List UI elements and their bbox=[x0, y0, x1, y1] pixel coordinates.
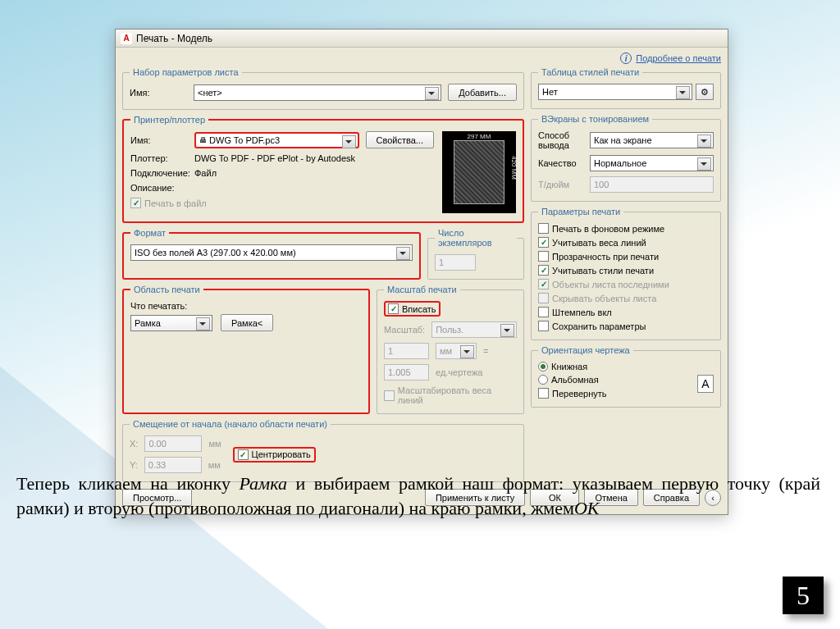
learn-more-link[interactable]: Подробнее о печати bbox=[636, 53, 721, 63]
center-checkbox[interactable]: ✓ bbox=[238, 449, 249, 460]
paper-group: Формат ISO без полей A3 (297.00 x 420.00… bbox=[122, 228, 421, 280]
conn-value: Файл bbox=[194, 168, 217, 178]
desc-label: Описание: bbox=[130, 183, 188, 193]
orient-upside-checkbox[interactable] bbox=[538, 388, 549, 399]
scale-lw-label: Масштабировать веса линий bbox=[398, 385, 517, 405]
plotter-value: DWG To PDF - PDF ePlot - by Autodesk bbox=[194, 153, 355, 163]
to-file-label: Печать в файл bbox=[144, 198, 207, 208]
plot-what-combo[interactable]: Рамка bbox=[130, 315, 212, 331]
opt-bg-checkbox[interactable] bbox=[538, 223, 549, 234]
orient-legend: Ориентация чертежа bbox=[538, 345, 633, 355]
styles-edit-button[interactable]: ⚙ bbox=[696, 84, 714, 100]
print-dialog: A Печать - Модель i Подробнее о печати Н… bbox=[115, 29, 728, 515]
info-icon: i bbox=[620, 52, 632, 64]
styles-legend: Таблица стилей печати bbox=[538, 67, 642, 77]
paper-legend: Формат bbox=[130, 228, 169, 238]
plot-area-group: Область печати Что печатать: Рамка Рамка… bbox=[122, 285, 370, 414]
scale-legend: Масштаб печати bbox=[384, 285, 460, 294]
orient-preview-icon: A bbox=[697, 375, 714, 393]
offset-x-label: X: bbox=[130, 439, 138, 449]
shade-legend: ВЭкраны с тонированием bbox=[538, 114, 652, 124]
scale-label: Масштаб: bbox=[384, 325, 425, 335]
opt-hide-checkbox bbox=[538, 293, 549, 303]
copies-input: 1 bbox=[435, 254, 476, 271]
orient-portrait-radio[interactable] bbox=[538, 362, 548, 371]
window-button[interactable]: Рамка< bbox=[221, 314, 273, 331]
shade-qual-label: Качество bbox=[538, 158, 583, 168]
shade-mode-label: Способ вывода bbox=[538, 130, 583, 150]
opt-stamp-checkbox[interactable] bbox=[538, 307, 549, 317]
pageset-name-combo[interactable]: <нет> bbox=[194, 84, 441, 101]
opt-trans-checkbox[interactable] bbox=[538, 251, 549, 262]
scale-group: Масштаб печати ✓ Вписать Масштаб: Польз. bbox=[377, 285, 524, 414]
opt-lw-checkbox[interactable]: ✓ bbox=[538, 237, 549, 248]
shade-dpi-label: Т/дюйм bbox=[538, 180, 583, 189]
offset-y-input: 0.33 bbox=[144, 457, 202, 473]
pageset-name-label: Имя: bbox=[130, 88, 187, 98]
options-group: Параметры печати Печать в фоновом режиме… bbox=[531, 207, 721, 340]
app-icon: A bbox=[121, 33, 132, 44]
shade-group: ВЭкраны с тонированием Способ вывода Как… bbox=[531, 114, 721, 202]
page-setup-legend: Набор параметров листа bbox=[130, 67, 242, 77]
opt-save-checkbox[interactable] bbox=[538, 321, 549, 331]
offset-legend: Смещение от начала (начало области печат… bbox=[130, 419, 331, 429]
pageset-add-button[interactable]: Добавить... bbox=[448, 84, 517, 101]
plot-what-label: Что печатать: bbox=[130, 301, 362, 311]
printer-name-label: Имя: bbox=[130, 135, 188, 145]
plot-area-legend: Область печати bbox=[130, 285, 203, 294]
plotter-label: Плоттер: bbox=[130, 153, 188, 163]
opt-last-checkbox: ✓ bbox=[538, 279, 549, 289]
scale-unit: мм bbox=[436, 343, 477, 359]
conn-label: Подключение: bbox=[130, 168, 188, 178]
printer-props-button[interactable]: Свойства... bbox=[366, 131, 434, 148]
copies-legend: Число экземпляров bbox=[435, 228, 517, 248]
page-number: 5 bbox=[783, 577, 824, 614]
orient-group: Ориентация чертежа Книжная Альбомная Пер… bbox=[531, 345, 721, 408]
opt-styles-checkbox[interactable]: ✓ bbox=[538, 265, 549, 276]
scale-num: 1 bbox=[384, 343, 429, 359]
scale-den-unit: ед.чертежа bbox=[436, 367, 482, 377]
styles-group: Таблица стилей печати Нет ⚙ bbox=[531, 67, 721, 109]
fit-label: Вписать bbox=[402, 304, 436, 314]
shade-mode-combo[interactable]: Как на экране bbox=[590, 132, 714, 148]
title-bar[interactable]: A Печать - Модель bbox=[116, 30, 728, 48]
to-file-checkbox: ✓ bbox=[130, 198, 141, 208]
printer-group: Принтер/плоттер Имя: 🖶 DWG To PDF.pc3 Св… bbox=[122, 115, 524, 223]
offset-y-label: Y: bbox=[130, 460, 138, 470]
shade-dpi-input: 100 bbox=[590, 176, 714, 193]
shade-qual-combo[interactable]: Нормальное bbox=[590, 155, 714, 171]
page-setup-group: Набор параметров листа Имя: <нет> Добави… bbox=[122, 67, 524, 110]
printer-legend: Принтер/плоттер bbox=[130, 115, 208, 125]
title-text: Печать - Модель bbox=[136, 33, 212, 44]
styles-combo[interactable]: Нет bbox=[538, 84, 692, 100]
center-label: Центрировать bbox=[252, 449, 311, 459]
offset-x-input: 0.00 bbox=[144, 435, 202, 452]
printer-name-combo[interactable]: 🖶 DWG To PDF.pc3 bbox=[194, 132, 359, 148]
scale-den: 1.005 bbox=[384, 364, 429, 381]
scale-lw-checkbox bbox=[384, 390, 395, 401]
instruction-caption: Теперь кликаем на иконку Рамка и выбирае… bbox=[16, 472, 820, 520]
copies-group: Число экземпляров 1 bbox=[427, 228, 524, 280]
paper-combo[interactable]: ISO без полей A3 (297.00 x 420.00 мм) bbox=[130, 244, 413, 261]
fit-checkbox[interactable]: ✓ bbox=[388, 303, 399, 314]
orient-landscape-radio[interactable] bbox=[538, 375, 548, 385]
paper-preview: 297 MM 420 MM bbox=[442, 131, 516, 213]
scale-combo: Польз. bbox=[431, 321, 517, 338]
options-legend: Параметры печати bbox=[538, 207, 623, 217]
